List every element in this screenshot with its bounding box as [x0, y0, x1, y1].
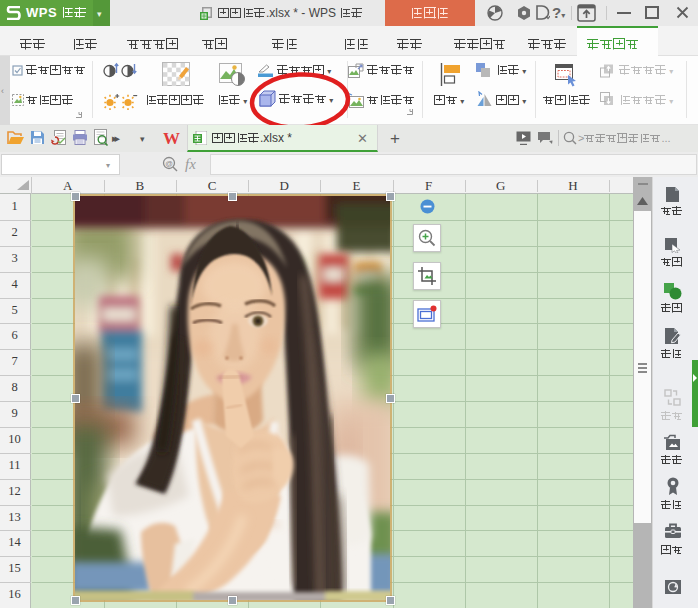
svg-text:@: @ [165, 159, 173, 168]
